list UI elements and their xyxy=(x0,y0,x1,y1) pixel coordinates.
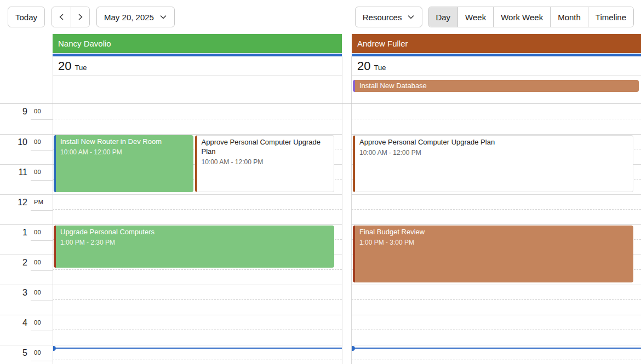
appointment-title: Approve Personal Computer Upgrade Plan xyxy=(202,137,330,156)
date-nav-group xyxy=(51,7,90,27)
date-picker-label: May 20, 2025 xyxy=(104,13,154,22)
appointment-title: Approve Personal Computer Upgrade Plan xyxy=(359,137,628,147)
all-day-appointment[interactable]: Install New Database xyxy=(353,80,639,92)
view-tab-work-week[interactable]: Work Week xyxy=(493,7,550,27)
view-tab-day[interactable]: Day xyxy=(428,7,457,27)
chevron-left-icon xyxy=(58,13,65,21)
view-tab-label: Work Week xyxy=(501,13,543,22)
minute-label: 00 xyxy=(34,349,41,356)
view-tab-timeline[interactable]: Timeline xyxy=(588,7,633,27)
appointment-title: Install New Database xyxy=(359,82,427,90)
hour-label: 9 xyxy=(0,107,27,117)
minute-label: 00 xyxy=(34,259,41,265)
day-column-andrew-fuller: Approve Personal Computer Upgrade Plan10… xyxy=(352,104,641,364)
half-hour-line xyxy=(53,360,342,360)
time-slot-label: 300 xyxy=(0,285,53,315)
current-time-line xyxy=(352,348,641,349)
minute-label: PM xyxy=(34,199,44,205)
appointment[interactable]: Upgrade Personal Computers1:00 PM - 2:30… xyxy=(54,226,334,268)
date-header[interactable]: 20Tue xyxy=(53,56,342,76)
toolbar-right: Resources DayWeekWork WeekMonthTimeline xyxy=(355,7,634,27)
day-column-nancy-davolio: Install New Router in Dev Room10:00 AM -… xyxy=(53,104,342,364)
half-hour-tick xyxy=(31,119,53,120)
time-slot-label: 1000 xyxy=(0,134,53,164)
appointment[interactable]: Approve Personal Computer Upgrade Plan10… xyxy=(195,135,335,192)
hour-label: 1 xyxy=(0,228,27,238)
view-tab-month[interactable]: Month xyxy=(550,7,588,27)
ruler-right-border xyxy=(53,56,53,364)
half-hour-line xyxy=(352,360,641,360)
appointment-title: Upgrade Personal Computers xyxy=(60,227,330,236)
half-hour-line xyxy=(53,299,342,300)
resource-header-andrew-fuller: Andrew Fuller xyxy=(352,34,641,53)
half-hour-line xyxy=(53,330,342,330)
all-day-bottom-border xyxy=(0,103,641,104)
date-picker-button[interactable]: May 20, 2025 xyxy=(96,7,175,27)
appointment-time: 10:00 AM - 12:00 PM xyxy=(60,148,189,157)
resource-separator-right xyxy=(351,56,352,364)
appointment-title: Final Budget Review xyxy=(359,227,629,236)
hour-label: 2 xyxy=(0,258,27,268)
minute-label: 00 xyxy=(34,319,41,326)
resource-name: Nancy Davolio xyxy=(58,39,111,48)
view-tab-label: Timeline xyxy=(596,13,626,22)
view-tab-label: Day xyxy=(436,13,450,22)
next-button[interactable] xyxy=(71,7,89,27)
appointment[interactable]: Install New Router in Dev Room10:00 AM -… xyxy=(54,135,193,192)
view-tab-week[interactable]: Week xyxy=(457,7,493,27)
date-day: 20 xyxy=(58,59,71,73)
appointment-title: Install New Router in Dev Room xyxy=(60,137,189,146)
time-ruler: 9001000110012PM100200300400500 xyxy=(0,104,53,364)
hour-label: 5 xyxy=(0,348,27,358)
time-slot-label: 500 xyxy=(0,345,53,364)
hour-label: 10 xyxy=(0,137,27,147)
chevron-down-icon xyxy=(159,14,167,20)
half-hour-tick xyxy=(31,301,53,301)
appointment-time: 1:00 PM - 2:30 PM xyxy=(60,238,330,247)
appointment-time: 1:00 PM - 3:00 PM xyxy=(359,238,629,247)
appointment[interactable]: Approve Personal Computer Upgrade Plan10… xyxy=(353,135,633,192)
half-hour-tick xyxy=(31,150,53,151)
appointment-time: 10:00 AM - 12:00 PM xyxy=(359,148,628,157)
minute-label: 00 xyxy=(34,289,41,296)
view-tab-label: Week xyxy=(465,13,486,22)
half-hour-line xyxy=(352,209,641,210)
scheduler-app: Today May 20, 2025 xyxy=(0,0,641,364)
minute-label: 00 xyxy=(34,229,41,235)
half-hour-line xyxy=(53,209,342,210)
current-time-line xyxy=(53,348,342,349)
half-hour-line xyxy=(53,119,342,119)
minute-label: 00 xyxy=(34,108,41,114)
resource-header-nancy-davolio: Nancy Davolio xyxy=(53,34,342,53)
resource-separator-left xyxy=(342,56,342,364)
hour-label: 3 xyxy=(0,288,27,298)
half-hour-tick xyxy=(31,240,53,241)
all-day-cell[interactable] xyxy=(53,76,342,104)
time-slot-label: 900 xyxy=(0,104,53,134)
today-button[interactable]: Today xyxy=(8,7,45,27)
resources-dropdown[interactable]: Resources xyxy=(355,7,423,27)
half-hour-tick xyxy=(31,361,53,361)
view-switcher: DayWeekWork WeekMonthTimeline xyxy=(428,7,634,27)
appointment[interactable]: Final Budget Review1:00 PM - 3:00 PM xyxy=(353,226,633,282)
date-weekday: Tue xyxy=(75,63,87,72)
toolbar: Today May 20, 2025 xyxy=(0,0,641,34)
hour-label: 4 xyxy=(0,318,27,328)
time-slot-label: 400 xyxy=(0,315,53,345)
chevron-down-icon xyxy=(407,14,415,20)
today-button-label: Today xyxy=(15,13,37,22)
half-hour-line xyxy=(352,330,641,330)
prev-button[interactable] xyxy=(52,7,71,27)
time-slot-label: 200 xyxy=(0,255,53,285)
half-hour-tick xyxy=(31,210,53,211)
half-hour-line xyxy=(53,269,342,270)
all-day-cell[interactable]: Install New Database xyxy=(352,76,641,104)
resources-dropdown-label: Resources xyxy=(363,13,402,22)
half-hour-tick xyxy=(31,270,53,271)
hour-label: 12 xyxy=(0,198,27,207)
date-header[interactable]: 20Tue xyxy=(352,56,641,76)
half-hour-line xyxy=(352,119,641,119)
time-slot-label: 1100 xyxy=(0,164,53,194)
date-weekday: Tue xyxy=(374,63,386,72)
half-hour-line xyxy=(352,299,641,300)
